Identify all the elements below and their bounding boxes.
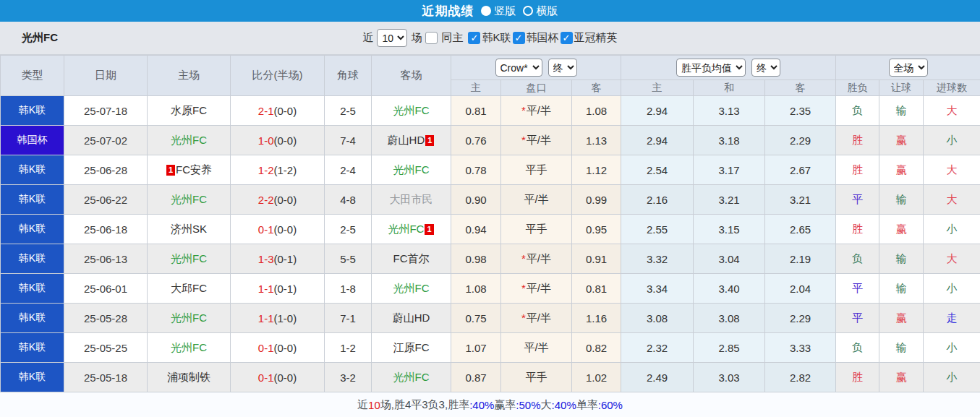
league-filter-韩国杯[interactable]: ✓韩国杯 [513,31,559,45]
red-card-badge: 1 [166,165,175,176]
result-handicap: 输 [879,96,924,126]
away-team-link[interactable]: FC首尔 [393,252,430,265]
halftime-score: (0-0) [274,105,297,117]
home-team: 光州FC [148,126,231,155]
away-team: 江原FC [372,333,451,363]
corner-score: 4-8 [325,185,372,215]
corner-score: 2-5 [325,215,372,244]
home-team-link[interactable]: 济州SK [171,223,207,235]
match-score: 0-1(0-0) [231,215,325,244]
checkbox-icon: ✓ [513,32,525,44]
sub-header-0: 主 [451,80,501,96]
match-date: 25-06-22 [64,185,148,215]
match-score: 1-2(1-2) [231,155,325,185]
avg-away: 2.29 [765,126,836,155]
league-type-badge: 韩K联 [1,333,64,363]
home-team-link[interactable]: 浦项制铁 [167,371,210,383]
match-row: 韩K联25-06-18济州SK0-1(0-0)2-5光州FC10.94平手0.9… [1,215,980,244]
avg-time-select[interactable]: 终 [751,59,780,77]
sub-header-8: 进球数 [924,80,980,96]
avg-home: 2.32 [621,333,694,363]
home-team-link[interactable]: 光州FC [171,341,207,353]
home-team-link[interactable]: 光州FC [171,252,207,265]
away-team-link[interactable]: 光州FC [393,163,430,176]
away-team-link[interactable]: 江原FC [393,341,430,353]
home-team-link[interactable]: 大邱FC [171,282,207,294]
result-outcome: 胜 [836,155,879,185]
result-handicap: 输 [879,244,924,274]
result-outcome: 负 [836,96,879,126]
match-date: 25-06-28 [64,155,148,185]
bookmaker-select[interactable]: Crow* [495,59,542,77]
avg-odds-select[interactable]: 胜平负均值 [676,59,746,77]
away-team-link[interactable]: 光州FC [393,104,430,116]
home-team-link[interactable]: 光州FC [171,134,207,146]
scope-group-header: 全场 [836,56,980,80]
home-team: 光州FC [148,244,231,274]
result-goals: 大 [924,185,980,215]
odds-handicap: *平/半 [501,96,572,126]
odds-home: 1.07 [451,333,501,363]
away-team-link[interactable]: 光州FC [393,371,430,383]
halftime-score: (0-0) [274,371,297,384]
radio-vertical-layout[interactable]: 竖版 [481,4,516,18]
home-team-link[interactable]: 光州FC [171,311,207,324]
home-team-link[interactable]: 光州FC [171,193,207,205]
match-row: 韩K联25-06-22光州FC2-2(0-0)4-8大田市民0.90平/半0.9… [1,185,980,215]
same-home-checkbox[interactable] [425,32,438,44]
league-type-badge: 韩K联 [1,96,64,126]
fulltime-score: 1-2 [258,164,274,176]
away-team-link[interactable]: 光州FC [388,223,424,235]
sub-header-5: 客 [765,80,836,96]
footer-segment-2: 场,胜4平3负3, [380,398,448,412]
footer-segment-3: 胜率 [448,398,469,412]
avg-draw: 3.03 [694,363,765,392]
match-count-select[interactable]: 10 [377,29,407,47]
avg-draw: 3.21 [694,185,765,215]
match-date: 25-07-02 [64,126,148,155]
home-team-link[interactable]: FC安养 [176,163,212,176]
odds-handicap: *平/半 [501,244,572,274]
match-date: 25-06-13 [64,244,148,274]
odds-change-star: * [521,134,526,146]
red-card-badge: 1 [425,135,434,146]
odds-away: 1.08 [572,96,621,126]
avg-home: 3.08 [621,304,694,333]
odds-change-star: * [521,282,526,294]
corner-score: 1-8 [325,274,372,304]
result-handicap: 赢 [879,215,924,244]
sub-header-1: 盘口 [501,80,572,96]
avg-draw: 3.04 [694,244,765,274]
col-header-date: 日期 [64,56,148,96]
league-filter-韩K联[interactable]: ✓韩K联 [468,31,511,45]
league-filter-group: ✓韩K联✓韩国杯✓亚冠精英 [466,31,617,45]
avg-draw: 3.40 [694,274,765,304]
match-date: 25-07-18 [64,96,148,126]
halftime-score: (0-1) [274,283,297,295]
result-goals: 走 [924,304,980,333]
odds-away: 0.82 [572,333,621,363]
match-score: 0-1(0-0) [231,333,325,363]
avg-home: 2.94 [621,96,694,126]
avg-draw: 3.08 [694,304,765,333]
radio-horizontal-layout[interactable]: 横版 [523,4,558,18]
odds-time-select[interactable]: 终 [548,59,577,77]
away-team-link[interactable]: 光州FC [393,282,430,294]
odds-away: 1.12 [572,155,621,185]
away-team-link[interactable]: 大田市民 [390,193,433,205]
away-team-link[interactable]: 蔚山HD [393,311,430,324]
halftime-score: (0-1) [274,253,297,265]
league-filter-亚冠精英[interactable]: ✓亚冠精英 [561,31,618,45]
corner-score: 5-5 [325,244,372,274]
match-score: 1-1(0-1) [231,274,325,304]
result-handicap: 输 [879,274,924,304]
halftime-score: (0-0) [274,342,297,354]
odds-handicap: 平/半 [501,333,572,363]
home-team-link[interactable]: 水原FC [171,104,207,116]
corner-score: 3-2 [325,363,372,392]
home-team: 光州FC [148,185,231,215]
avg-draw: 3.17 [694,155,765,185]
radio-vertical-label: 竖版 [495,4,516,18]
away-team-link[interactable]: 蔚山HD [388,134,425,146]
scope-select[interactable]: 全场 [889,59,928,77]
